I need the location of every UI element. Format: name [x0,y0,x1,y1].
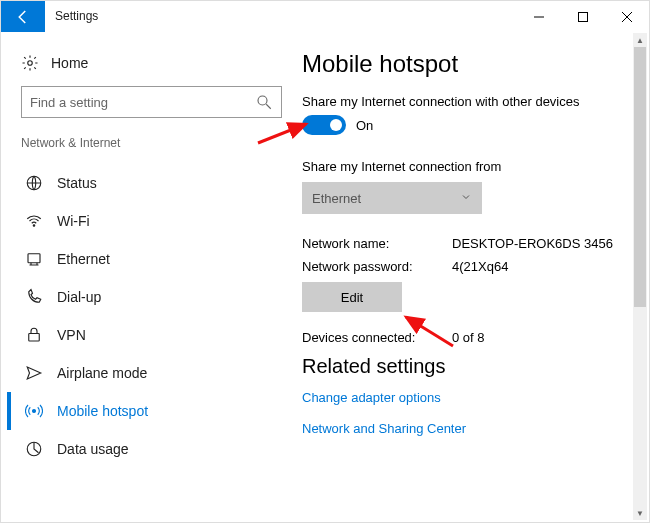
sidebar-item-label: VPN [57,327,86,343]
sidebar-item-label: Wi-Fi [57,213,90,229]
search-placeholder: Find a setting [30,95,108,110]
edit-button[interactable]: Edit [302,282,402,312]
maximize-button[interactable] [561,1,605,32]
network-password-value: 4(21Xq64 [452,259,508,274]
search-input[interactable]: Find a setting [21,86,282,118]
devices-connected-value: 0 of 8 [452,330,485,345]
main-panel: Mobile hotspot Share my Internet connect… [296,32,649,522]
back-button[interactable] [1,1,45,32]
close-button[interactable] [605,1,649,32]
sidebar-item-vpn[interactable]: VPN [7,316,296,354]
scroll-thumb[interactable] [634,47,646,307]
svg-rect-9 [28,254,40,263]
edit-button-label: Edit [341,290,363,305]
sidebar-item-airplane[interactable]: Airplane mode [7,354,296,392]
toggle-knob [330,119,342,131]
scroll-up-arrow[interactable]: ▲ [633,33,647,47]
related-settings-heading: Related settings [302,355,637,378]
status-icon [25,174,43,192]
hotspot-toggle[interactable] [302,115,346,135]
svg-rect-10 [29,334,40,342]
svg-point-4 [28,61,33,66]
sidebar-item-dialup[interactable]: Dial-up [7,278,296,316]
datausage-icon [25,440,43,458]
wifi-icon [25,212,43,230]
sidebar-home[interactable]: Home [7,48,296,86]
hotspot-icon [25,402,43,420]
svg-point-11 [33,410,36,413]
sidebar-item-hotspot[interactable]: Mobile hotspot [7,392,296,430]
airplane-icon [25,364,43,382]
share-from-select[interactable]: Ethernet [302,182,482,214]
network-password-label: Network password: [302,259,452,274]
sidebar-item-datausage[interactable]: Data usage [7,430,296,468]
network-name-value: DESKTOP-EROK6DS 3456 [452,236,613,251]
sidebar-item-wifi[interactable]: Wi-Fi [7,202,296,240]
svg-rect-1 [579,12,588,21]
sidebar-item-label: Airplane mode [57,365,147,381]
sidebar-item-label: Ethernet [57,251,110,267]
chevron-down-icon [460,191,472,206]
minimize-button[interactable] [517,1,561,32]
share-description: Share my Internet connection with other … [302,94,637,109]
svg-line-6 [266,104,271,109]
link-sharing-center[interactable]: Network and Sharing Center [302,421,637,436]
sidebar-item-label: Data usage [57,441,129,457]
vpn-icon [25,326,43,344]
network-name-label: Network name: [302,236,452,251]
sidebar-item-label: Mobile hotspot [57,403,148,419]
share-from-label: Share my Internet connection from [302,159,637,174]
link-adapter-options[interactable]: Change adapter options [302,390,637,405]
sidebar-item-label: Dial-up [57,289,101,305]
scroll-down-arrow[interactable]: ▼ [633,506,647,520]
sidebar-item-status[interactable]: Status [7,164,296,202]
gear-icon [21,54,39,72]
devices-connected-label: Devices connected: [302,330,452,345]
vertical-scrollbar[interactable]: ▲ ▼ [633,33,647,520]
sidebar-home-label: Home [51,55,88,71]
sidebar-item-label: Status [57,175,97,191]
dialup-icon [25,288,43,306]
search-icon [255,93,273,111]
ethernet-icon [25,250,43,268]
share-from-value: Ethernet [312,191,361,206]
sidebar: Home Find a setting Network & Internet S… [1,32,296,522]
svg-point-5 [258,96,267,105]
page-title: Mobile hotspot [302,50,637,78]
sidebar-category: Network & Internet [7,136,296,164]
svg-point-8 [33,225,35,227]
window-title: Settings [45,1,517,32]
toggle-state-label: On [356,118,373,133]
sidebar-item-ethernet[interactable]: Ethernet [7,240,296,278]
